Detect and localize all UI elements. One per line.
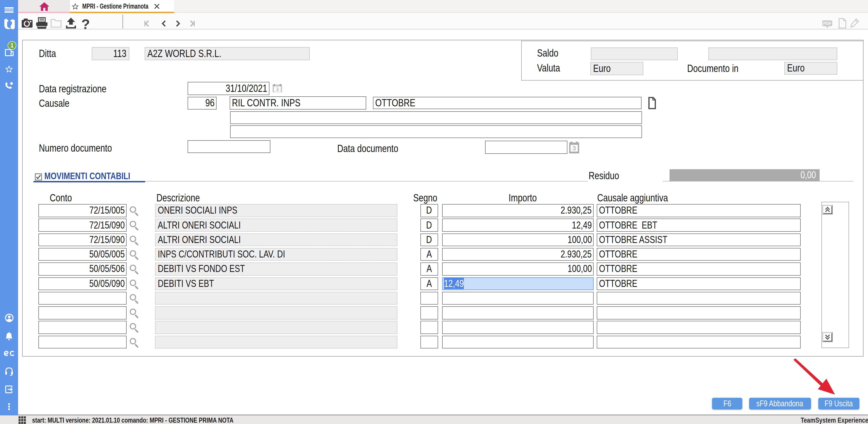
svg-text:3: 3	[276, 86, 278, 92]
svg-text:PDF: PDF	[823, 21, 831, 26]
svg-text:3: 3	[572, 145, 576, 151]
